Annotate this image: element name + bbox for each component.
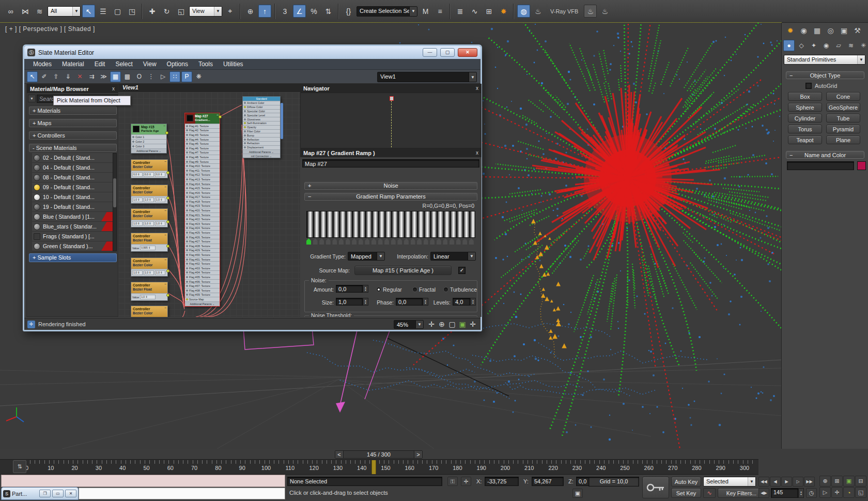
material-item[interactable]: 10 - Default ( Stand... xyxy=(32,192,117,202)
output-socket-icon[interactable] xyxy=(166,220,169,223)
value-field[interactable]: 1,0 ⇕ xyxy=(155,270,165,275)
absolute-mode-icon[interactable]: ✛ xyxy=(461,477,471,486)
modify-tab[interactable]: ◉ xyxy=(797,24,810,37)
gradient-flag[interactable] xyxy=(346,238,350,245)
browser-group[interactable]: + Materials xyxy=(29,107,117,115)
node-socket-row[interactable]: Flag #36: Texture xyxy=(185,279,220,284)
gradient-flag[interactable] xyxy=(391,238,396,245)
unlink-selection-icon[interactable]: ⋈ xyxy=(19,5,32,18)
systems-icon[interactable]: ✳ xyxy=(858,40,868,51)
play-button[interactable]: ▶ xyxy=(781,477,792,487)
size-spinner[interactable]: ▲▼ xyxy=(363,298,368,306)
auto-key-button[interactable]: Auto Key xyxy=(671,477,701,487)
selection-lock-icon[interactable]: ⚿ xyxy=(447,477,458,486)
restore-button[interactable]: ❐ xyxy=(39,490,51,497)
map-name-field[interactable]: Map #27 xyxy=(302,159,479,168)
gradient-flag[interactable] xyxy=(411,238,415,245)
timeline-playhead[interactable] xyxy=(371,460,376,474)
node-socket-row[interactable]: Flag #2: Texture xyxy=(185,128,220,133)
gradient-flag[interactable] xyxy=(417,238,422,245)
object-type-button-cylinder[interactable]: Cylinder xyxy=(788,114,822,123)
node-socket-row[interactable]: Color 1 xyxy=(131,134,166,139)
render-iterative-icon[interactable]: ♨ xyxy=(598,5,611,18)
value-field[interactable]: 1,0 ⇕ xyxy=(144,221,154,226)
snaps-toggle-3d-icon[interactable]: 3 xyxy=(278,5,291,18)
gradient-flag[interactable] xyxy=(313,238,318,245)
cameras-icon[interactable]: ◉ xyxy=(820,40,832,51)
previous-frame-arrow[interactable]: < xyxy=(335,451,344,458)
object-type-button-box[interactable]: Box xyxy=(788,92,822,101)
node-socket-row[interactable]: Bump xyxy=(243,133,280,137)
value-field[interactable]: 0,995 ⇕ xyxy=(140,246,156,250)
viewport-label[interactable]: [ + ] [ Perspective ] [ Shaded ] xyxy=(5,25,95,33)
fractal-radio[interactable]: Fractal xyxy=(412,286,436,293)
minimize-button[interactable]: — xyxy=(423,48,437,57)
browser-group[interactable]: - Scene Materials xyxy=(29,144,117,152)
material-editor-icon[interactable]: ◍ xyxy=(517,5,530,18)
object-color-swatch[interactable] xyxy=(857,161,866,170)
node-socket-row[interactable]: Diffuse Color xyxy=(243,105,280,109)
toggle-key-mode-button[interactable] xyxy=(642,477,669,498)
parameter-panel-icon[interactable]: P xyxy=(181,71,192,82)
gradient-flag[interactable] xyxy=(306,238,311,245)
percent-snap-icon[interactable]: % xyxy=(307,5,320,18)
node-socket-row[interactable]: Ambient Color xyxy=(243,101,280,105)
menu-material[interactable]: Material xyxy=(57,59,89,69)
menu-utilities[interactable]: Utilities xyxy=(219,59,248,69)
set-key-button[interactable]: Set Key xyxy=(671,488,701,498)
key-step-toggle[interactable]: ◀▶ xyxy=(758,488,769,498)
controller-values-row[interactable]: Value0,995 ⇕ xyxy=(131,244,167,251)
node-socket-row[interactable]: Flag #15: Texture xyxy=(185,186,220,190)
sample-slots-group[interactable]: + Sample Slots xyxy=(29,253,117,262)
time-configuration-icon[interactable]: ◷ xyxy=(806,488,817,498)
mirror-icon[interactable]: M xyxy=(419,5,432,18)
zoom-icon[interactable]: ⊕ xyxy=(437,320,446,329)
node-controller[interactable]: ControllerBezier Color−1,0 ⇕1,0 ⇕1,0 ⇕ xyxy=(131,306,168,317)
close-icon[interactable]: x xyxy=(476,150,478,156)
material-item[interactable]: 09 - Default ( Stand... xyxy=(32,183,117,192)
layout-all-icon[interactable]: ⇉ xyxy=(86,71,97,82)
selection-filter-dropdown[interactable]: All▼ xyxy=(48,6,81,17)
display-tab[interactable]: ▣ xyxy=(838,24,850,37)
material-item[interactable]: Blue_stars ( Standar... xyxy=(32,222,117,232)
node-socket-row[interactable]: Flag #10: Texture xyxy=(185,163,220,168)
render-setup-icon[interactable]: ♨ xyxy=(532,5,545,18)
material-item[interactable]: 19 - Default ( Stand... xyxy=(32,202,117,212)
hierarchy-tab[interactable]: ▦ xyxy=(811,24,824,37)
gradient-flag[interactable] xyxy=(456,238,461,245)
node-socket-row[interactable]: Flag #37: Texture xyxy=(185,283,220,288)
close-button[interactable]: ✕ xyxy=(65,490,76,497)
curve-editor-icon[interactable]: ∿ xyxy=(468,5,481,18)
select-object-icon[interactable]: ↖ xyxy=(82,5,95,18)
material-item[interactable]: 02 - Default ( Stand... xyxy=(32,153,117,163)
menu-modes[interactable]: Modes xyxy=(28,59,56,69)
delete-selected-icon[interactable]: ✕ xyxy=(74,71,85,82)
object-type-button-torus[interactable]: Torus xyxy=(788,125,822,133)
field-of-view-icon[interactable]: ▷ xyxy=(819,487,831,498)
levels-field[interactable]: 4,0 xyxy=(453,298,470,306)
gradient-flag[interactable] xyxy=(437,238,441,245)
create-tab[interactable]: ✹ xyxy=(784,24,797,37)
primitives-dropdown[interactable]: Standard Primitives ▼ xyxy=(784,55,865,65)
node-socket-row[interactable]: Flag #7: Texture xyxy=(185,150,220,155)
gradient-flag[interactable] xyxy=(352,238,357,245)
node-socket-row[interactable]: Flag #12: Texture xyxy=(185,173,220,177)
bind-to-space-warp-icon[interactable]: ≋ xyxy=(33,5,46,18)
node-socket-row[interactable]: Flag #5: Texture xyxy=(185,141,220,146)
frame-number-value[interactable]: 145 xyxy=(771,488,798,498)
render-production-icon[interactable]: ♨ xyxy=(584,5,597,18)
node-socket-row[interactable]: Glossiness xyxy=(243,117,280,121)
node-socket-row[interactable]: Flag #1: Texture xyxy=(185,124,220,128)
value-field[interactable]: 0,0 ⇕ xyxy=(155,172,165,177)
node-controller[interactable]: ControllerBezier Float−Value1,0 ⇕ xyxy=(131,282,168,301)
previous-frame-button[interactable]: ◀ xyxy=(770,477,781,487)
autogrid-checkbox[interactable] xyxy=(805,83,812,89)
source-map-checkbox[interactable]: ✓ xyxy=(458,267,466,274)
zoom-region-icon[interactable]: ▢ xyxy=(447,320,457,329)
gradient-flag[interactable] xyxy=(430,238,435,245)
node-socket-row[interactable]: Flag #21: Texture xyxy=(185,212,220,217)
close-icon[interactable]: x xyxy=(476,85,478,91)
node-socket-row[interactable]: Specular Color xyxy=(243,109,280,113)
select-by-name-icon[interactable]: ☰ xyxy=(97,5,110,18)
show-background-icon[interactable]: ▦ xyxy=(110,71,121,82)
